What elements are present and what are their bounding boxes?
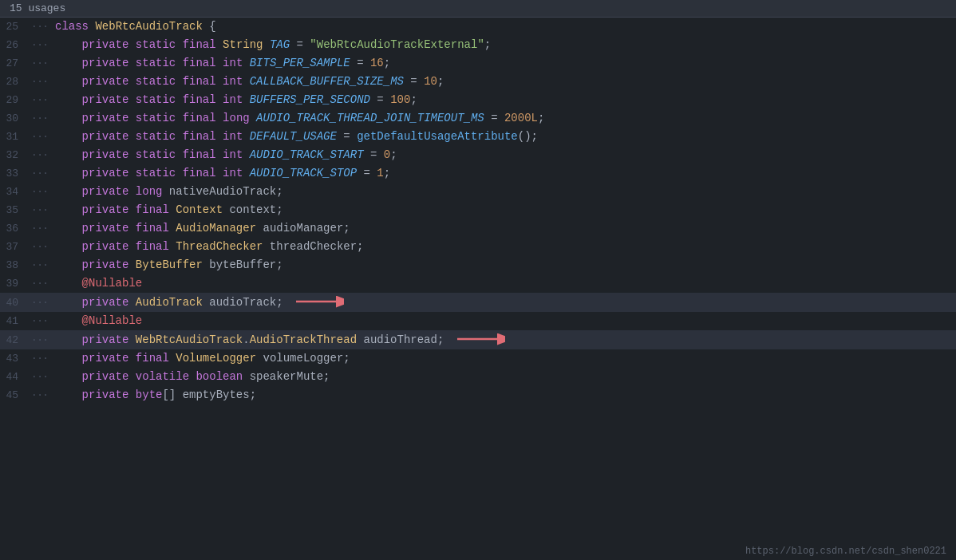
- line-number: 37: [0, 239, 28, 256]
- line-dots: ···: [28, 37, 52, 54]
- line-number: 34: [0, 183, 28, 201]
- table-row: 30··· private static final long AUDIO_TR…: [0, 109, 956, 128]
- table-row: 37··· private final ThreadChecker thread…: [0, 238, 956, 256]
- code-container: 15 usages 25···class WebRtcAudioTrack {2…: [0, 0, 956, 560]
- line-number: 30: [0, 110, 28, 128]
- line-number: 26: [0, 37, 28, 54]
- line-number: 44: [0, 369, 28, 386]
- line-dots: ···: [28, 387, 52, 404]
- line-dots: ···: [28, 294, 52, 312]
- table-row: 32··· private static final int AUDIO_TRA…: [0, 146, 956, 164]
- line-content: private volatile boolean speakerMute;: [52, 368, 956, 385]
- table-row: 25···class WebRtcAudioTrack {: [0, 18, 956, 36]
- line-content: @Nullable: [52, 312, 956, 329]
- url-footer: https://blog.csdn.net/csdn_shen0221: [745, 546, 946, 557]
- line-dots: ···: [28, 18, 52, 36]
- line-content: private final AudioManager audioManager;: [52, 219, 956, 237]
- line-content: class WebRtcAudioTrack {: [52, 18, 956, 35]
- line-content: private static final int DEFAULT_USAGE =…: [52, 128, 956, 145]
- table-row: 29··· private static final int BUFFERS_P…: [0, 91, 956, 109]
- line-number: 42: [0, 332, 28, 349]
- line-number: 45: [0, 387, 28, 404]
- line-number: 28: [0, 73, 28, 91]
- arrow-icon: [288, 294, 345, 310]
- table-row: 38··· private ByteBuffer byteBuffer;: [0, 256, 956, 274]
- line-number: 31: [0, 128, 28, 146]
- line-content: private long nativeAudioTrack;: [52, 183, 956, 200]
- table-row: 34··· private long nativeAudioTrack;: [0, 183, 956, 201]
- line-number: 29: [0, 92, 28, 109]
- line-content: private static final int BITS_PER_SAMPLE…: [52, 54, 956, 72]
- table-row: 40··· private AudioTrack audioTrack;: [0, 293, 956, 312]
- line-number: 27: [0, 55, 28, 73]
- arrow-icon: [448, 331, 505, 347]
- usages-count: 15 usages: [10, 2, 65, 14]
- table-row: 31··· private static final int DEFAULT_U…: [0, 128, 956, 146]
- table-row: 42··· private WebRtcAudioTrack.AudioTrac…: [0, 330, 956, 349]
- line-content: private AudioTrack audioTrack;: [52, 293, 956, 311]
- line-content: private static final int CALLBACK_BUFFER…: [52, 73, 956, 90]
- line-dots: ···: [28, 275, 52, 293]
- line-content: private final VolumeLogger volumeLogger;: [52, 349, 956, 367]
- line-number: 43: [0, 350, 28, 368]
- line-number: 38: [0, 257, 28, 274]
- line-dots: ···: [28, 239, 52, 256]
- line-dots: ···: [28, 350, 52, 368]
- table-row: 28··· private static final int CALLBACK_…: [0, 73, 956, 91]
- code-area[interactable]: 25···class WebRtcAudioTrack {26··· priva…: [0, 18, 956, 404]
- line-dots: ···: [28, 220, 52, 238]
- line-number: 35: [0, 202, 28, 219]
- line-dots: ···: [28, 55, 52, 73]
- line-content: private static final String TAG = "WebRt…: [52, 36, 956, 53]
- table-row: 33··· private static final int AUDIO_TRA…: [0, 164, 956, 183]
- line-content: private ByteBuffer byteBuffer;: [52, 256, 956, 274]
- table-row: 39··· @Nullable: [0, 274, 956, 293]
- table-row: 36··· private final AudioManager audioMa…: [0, 219, 956, 238]
- line-number: 36: [0, 220, 28, 238]
- table-row: 27··· private static final int BITS_PER_…: [0, 54, 956, 73]
- line-dots: ···: [28, 313, 52, 330]
- table-row: 41··· @Nullable: [0, 312, 956, 330]
- line-dots: ···: [28, 202, 52, 219]
- line-content: private byte[] emptyBytes;: [52, 386, 956, 404]
- table-row: 45··· private byte[] emptyBytes;: [0, 386, 956, 404]
- line-dots: ···: [28, 257, 52, 274]
- line-content: private static final int BUFFERS_PER_SEC…: [52, 91, 956, 108]
- line-dots: ···: [28, 110, 52, 128]
- line-number: 40: [0, 294, 28, 312]
- table-row: 43··· private final VolumeLogger volumeL…: [0, 349, 956, 368]
- line-content: private static final long AUDIO_TRACK_TH…: [52, 109, 956, 127]
- line-dots: ···: [28, 332, 52, 349]
- line-dots: ···: [28, 73, 52, 91]
- line-content: @Nullable: [52, 274, 956, 292]
- line-dots: ···: [28, 92, 52, 109]
- line-content: private WebRtcAudioTrack.AudioTrackThrea…: [52, 330, 956, 349]
- line-number: 32: [0, 147, 28, 164]
- line-dots: ···: [28, 165, 52, 183]
- line-content: private final ThreadChecker threadChecke…: [52, 238, 956, 255]
- table-row: 26··· private static final String TAG = …: [0, 36, 956, 54]
- line-number: 41: [0, 313, 28, 330]
- line-dots: ···: [28, 369, 52, 386]
- usages-bar: 15 usages: [0, 0, 956, 18]
- line-content: private static final int AUDIO_TRACK_STA…: [52, 146, 956, 164]
- line-number: 33: [0, 165, 28, 183]
- line-number: 25: [0, 18, 28, 36]
- line-content: private final Context context;: [52, 201, 956, 219]
- line-dots: ···: [28, 147, 52, 164]
- line-number: 39: [0, 275, 28, 293]
- line-dots: ···: [28, 183, 52, 201]
- table-row: 44··· private volatile boolean speakerMu…: [0, 368, 956, 386]
- line-dots: ···: [28, 128, 52, 146]
- table-row: 35··· private final Context context;: [0, 201, 956, 219]
- line-content: private static final int AUDIO_TRACK_STO…: [52, 164, 956, 182]
